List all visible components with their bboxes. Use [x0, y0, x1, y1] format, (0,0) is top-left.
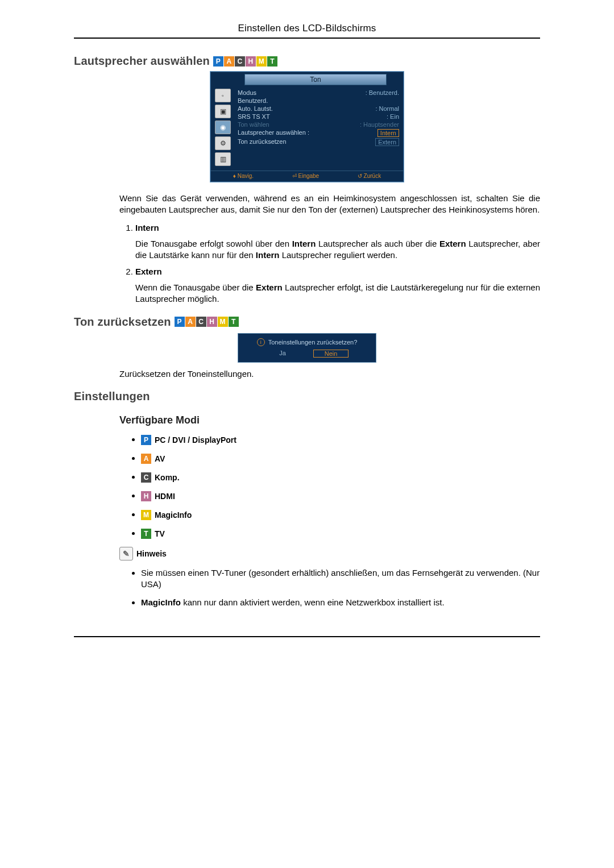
osd-screenshot: Ton ◦ ▣ ◉ ⚙ ▥ Modus: Benutzerd. Benutzer… — [74, 71, 540, 182]
chip-m-icon: M — [218, 317, 228, 327]
section2-desc: Zurücksetzen der Toneinstellungen. — [119, 368, 540, 380]
mode-label: AV — [155, 454, 165, 463]
chip-t-icon: T — [229, 317, 239, 327]
dialog-yes: Ja — [265, 350, 300, 358]
section-title-text: Ton zurücksetzen — [74, 315, 171, 329]
notes-list: Sie müssen einen TV-Tuner (gesondert erh… — [131, 567, 540, 609]
osd-title: Ton — [244, 74, 387, 85]
osd-side-icons: ◦ ▣ ◉ ⚙ ▥ — [210, 86, 235, 168]
dialog-no: Nein — [313, 350, 349, 358]
mode-chips: P A C H M T — [175, 317, 239, 327]
list-item: CKomp. — [141, 472, 540, 483]
chip-p-icon: P — [141, 435, 151, 445]
list-item: PPC / DVI / DisplayPort — [141, 434, 540, 445]
osd-multi-icon: ▥ — [215, 152, 231, 166]
osd-rows: Modus: Benutzerd. Benutzerd. Auto. Lauts… — [235, 86, 404, 168]
list-item: MagicInfo kann nur dann aktiviert werden… — [141, 597, 540, 608]
osd-setup-icon: ⚙ — [215, 136, 231, 150]
osd-footer-back: ↺ Zurück — [358, 173, 381, 179]
osd-row: Ton zurücksetzenExtern — [238, 138, 399, 147]
option-label: Extern — [135, 267, 162, 276]
option-desc: Wenn die Tonausgabe über die Extern Laut… — [135, 282, 540, 305]
mode-label: Komp. — [155, 473, 180, 482]
list-item: TTV — [141, 528, 540, 539]
chip-m-icon: M — [256, 56, 267, 67]
osd-sound-icon: ▣ — [215, 105, 231, 118]
chip-a-icon: A — [185, 317, 196, 327]
chip-h-icon: H — [207, 317, 217, 327]
note-icon: ✎ — [119, 547, 133, 560]
option-label: Intern — [135, 223, 159, 232]
speaker-options-list: Intern Die Tonausgabe erfolgt sowohl übe… — [119, 223, 540, 305]
list-item: MMagicInfo — [141, 509, 540, 520]
osd-picture-icon: ◦ — [215, 89, 231, 102]
section1-intro: Wenn Sie das Gerät verwenden, während es… — [119, 193, 540, 216]
chip-t-icon: T — [267, 56, 277, 67]
dialog-message: i Toneinstellungen zurücksetzen? — [242, 337, 372, 350]
option-desc: Die Tonausgabe erfolgt sowohl über den I… — [135, 238, 540, 261]
page-header: Einstellen des LCD-Bildschirms — [74, 23, 540, 38]
list-item: AAV — [141, 453, 540, 464]
list-item: Extern Wenn die Tonausgabe über die Exte… — [135, 267, 540, 305]
chip-p-icon: P — [213, 56, 223, 67]
list-item: Sie müssen einen TV-Tuner (gesondert erh… — [141, 567, 540, 591]
osd-row: Auto. Lautst.: Normal — [238, 105, 399, 113]
section-title-text: Lautsprecher auswählen — [74, 55, 210, 68]
osd-row: SRS TS XT: Ein — [238, 113, 399, 121]
available-modes-list: PPC / DVI / DisplayPort AAV CKomp. HHDMI… — [131, 434, 540, 539]
osd-footer-nav: ♦ Navig. — [233, 173, 254, 179]
osd-selected-icon: ◉ — [215, 121, 231, 134]
mode-label: HDMI — [155, 492, 175, 501]
section-speaker-select-title: Lautsprecher auswählen P A C H M T — [74, 55, 540, 68]
chip-h-icon: H — [246, 56, 256, 67]
chip-t-icon: T — [141, 529, 151, 539]
chip-c-icon: C — [235, 56, 245, 67]
reset-dialog-screenshot: i Toneinstellungen zurücksetzen? Ja Nein — [74, 333, 540, 363]
chip-h-icon: H — [141, 491, 151, 501]
list-item: HHDMI — [141, 491, 540, 501]
mode-chips: P A C H M T — [213, 56, 277, 67]
list-item: Intern Die Tonausgabe erfolgt sowohl übe… — [135, 223, 540, 261]
available-modes-heading: Verfügbare Modi — [119, 414, 540, 426]
chip-a-icon: A — [141, 454, 151, 464]
osd-row-selected: Lautsprecher auswählen :Intern — [238, 128, 399, 138]
chip-m-icon: M — [141, 510, 151, 520]
footer-divider — [74, 636, 540, 637]
osd-footer-enter: ⏎ Eingabe — [292, 173, 319, 179]
chip-a-icon: A — [224, 56, 234, 67]
section-settings-title: Einstellungen — [74, 390, 540, 403]
note-heading: ✎ Hinweis — [119, 547, 540, 560]
osd-row: Ton wählen: Hauptsender — [238, 121, 399, 128]
chip-p-icon: P — [175, 317, 185, 327]
chip-c-icon: C — [141, 472, 151, 483]
osd-footer: ♦ Navig. ⏎ Eingabe ↺ Zurück — [210, 171, 404, 182]
section-title-text: Einstellungen — [74, 390, 150, 403]
chip-c-icon: C — [196, 317, 206, 327]
mode-label: TV — [155, 529, 165, 538]
mode-label: PC / DVI / DisplayPort — [155, 435, 237, 445]
info-icon: i — [257, 338, 265, 346]
osd-row: Modus: Benutzerd. — [238, 89, 399, 97]
section-reset-sound-title: Ton zurücksetzen P A C H M T — [74, 315, 540, 329]
mode-label: MagicInfo — [155, 510, 192, 520]
header-divider — [74, 38, 540, 39]
osd-row: Benutzerd. — [238, 97, 399, 105]
